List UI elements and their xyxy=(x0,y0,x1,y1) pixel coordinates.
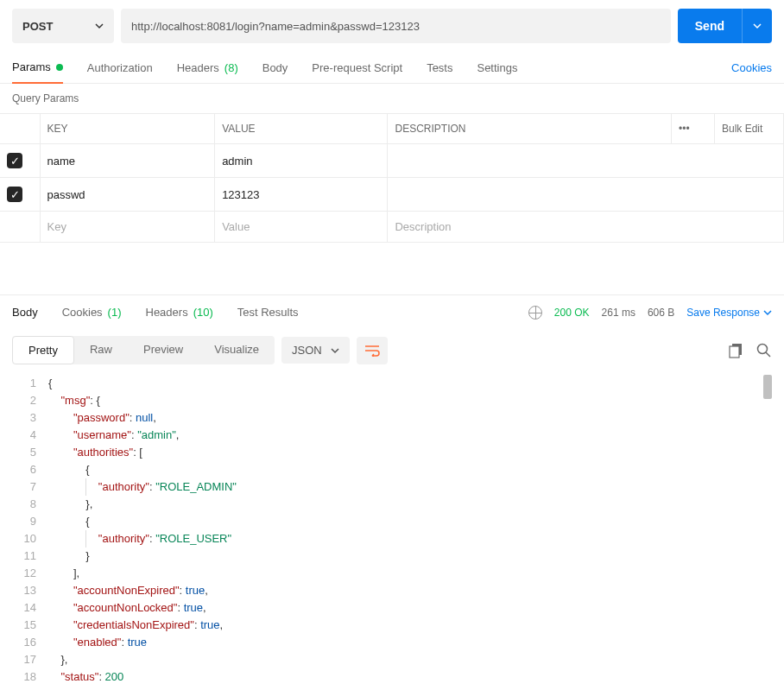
code-content[interactable]: { "msg": { "password": null, "username":… xyxy=(48,375,784,690)
format-select[interactable]: JSON xyxy=(281,337,350,364)
param-key-cell[interactable]: name xyxy=(40,144,215,178)
table-row-new: Key Value Description xyxy=(0,212,784,243)
svg-rect-1 xyxy=(730,346,739,358)
param-key-cell[interactable]: Key xyxy=(40,212,215,243)
params-active-dot xyxy=(56,64,63,71)
view-pretty[interactable]: Pretty xyxy=(12,336,74,364)
bulk-edit-button[interactable]: Bulk Edit xyxy=(715,114,784,144)
send-button[interactable]: Send xyxy=(678,9,772,43)
tab-prerequest[interactable]: Pre-request Script xyxy=(312,53,402,83)
chevron-down-icon xyxy=(95,22,104,30)
response-body[interactable]: 12345678910111213141516171819 { "msg": {… xyxy=(0,371,784,690)
chevron-down-icon xyxy=(753,22,762,30)
param-value-cell[interactable]: Value xyxy=(215,212,388,243)
status-time: 261 ms xyxy=(602,307,635,319)
query-params-label: Query Params xyxy=(0,84,784,113)
resp-tab-body[interactable]: Body xyxy=(12,295,38,329)
http-method-label: POST xyxy=(22,20,53,33)
param-value-cell[interactable]: admin xyxy=(215,144,388,178)
more-actions[interactable]: ••• xyxy=(672,114,715,144)
tab-tests[interactable]: Tests xyxy=(427,53,452,83)
table-header-row: KEY VALUE DESCRIPTION ••• Bulk Edit xyxy=(0,114,784,144)
tab-body[interactable]: Body xyxy=(262,53,288,83)
view-mode-pill: Pretty Raw Preview Visualize xyxy=(12,336,275,364)
wrap-icon xyxy=(364,345,380,357)
resp-tab-headers[interactable]: Headers (10) xyxy=(146,295,213,329)
param-desc-cell[interactable] xyxy=(388,178,784,212)
scrollbar-thumb[interactable] xyxy=(763,375,772,399)
send-button-label: Send xyxy=(678,19,742,33)
row-checkbox[interactable]: ✓ xyxy=(7,153,22,168)
tab-settings[interactable]: Settings xyxy=(477,53,517,83)
query-params-table: KEY VALUE DESCRIPTION ••• Bulk Edit ✓ na… xyxy=(0,113,784,243)
tab-headers[interactable]: Headers (8) xyxy=(177,53,238,83)
status-code: 200 OK xyxy=(554,307,590,319)
cookies-link[interactable]: Cookies xyxy=(731,53,772,83)
param-key-cell[interactable]: passwd xyxy=(40,178,215,212)
tab-params[interactable]: Params xyxy=(12,52,63,84)
param-desc-cell[interactable] xyxy=(388,144,784,178)
resp-tab-cookies[interactable]: Cookies (1) xyxy=(62,295,122,329)
row-checkbox[interactable]: ✓ xyxy=(7,187,22,202)
view-preview[interactable]: Preview xyxy=(128,336,199,364)
search-icon[interactable] xyxy=(756,343,772,358)
http-method-select[interactable]: POST xyxy=(12,9,114,43)
save-response-button[interactable]: Save Response xyxy=(686,307,772,319)
wrap-lines-button[interactable] xyxy=(357,337,388,364)
param-value-cell[interactable]: 123123 xyxy=(215,178,388,212)
send-dropdown[interactable] xyxy=(742,9,772,43)
tab-authorization[interactable]: Authorization xyxy=(87,53,153,83)
status-size: 606 B xyxy=(648,307,674,319)
globe-icon[interactable] xyxy=(528,306,542,320)
url-input[interactable] xyxy=(121,9,671,43)
copy-icon[interactable] xyxy=(729,343,744,358)
line-gutter: 12345678910111213141516171819 xyxy=(0,375,48,690)
view-raw[interactable]: Raw xyxy=(74,336,128,364)
chevron-down-icon xyxy=(331,346,339,355)
param-desc-cell[interactable]: Description xyxy=(388,212,784,243)
resp-tab-test-results[interactable]: Test Results xyxy=(237,295,299,329)
svg-point-2 xyxy=(758,344,768,353)
table-row: ✓ name admin xyxy=(0,144,784,178)
chevron-down-icon xyxy=(763,308,772,317)
view-visualize[interactable]: Visualize xyxy=(199,336,275,364)
table-row: ✓ passwd 123123 xyxy=(0,178,784,212)
